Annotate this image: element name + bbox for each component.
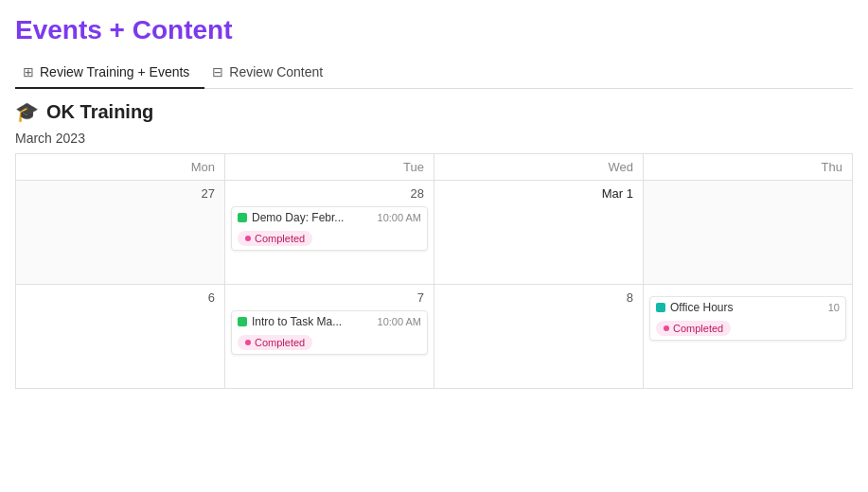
cell-thu-row1 — [644, 181, 853, 285]
cell-mar1: Mar 1 — [434, 181, 644, 285]
calendar-icon: ⊞ — [23, 64, 34, 79]
day-27: 27 — [22, 184, 219, 202]
tab-review-content-label: Review Content — [229, 64, 323, 79]
event-dot-green — [238, 213, 247, 222]
completed-dot-office — [664, 325, 669, 331]
event-time-intro: 10:00 AM — [378, 316, 421, 327]
header-tue: Tue — [225, 154, 434, 181]
tab-review-training[interactable]: ⊞ Review Training + Events — [15, 57, 204, 89]
header-wed: Wed — [434, 154, 644, 181]
completed-label-intro: Completed — [255, 337, 305, 348]
content-icon: ⊟ — [212, 64, 223, 79]
day-6: 6 — [22, 289, 219, 307]
event-name-office: Office Hours — [670, 301, 824, 314]
event-time-demo: 10:00 AM — [378, 212, 421, 223]
event-office-hours[interactable]: Office Hours 10 Completed — [649, 296, 846, 341]
section-header: 🎓 OK Training — [0, 89, 868, 127]
page-title: Events + Content — [15, 15, 853, 45]
calendar-grid: Mon Tue Wed Thu 27 28 Demo Day: Febr... — [15, 153, 853, 389]
event-name-intro: Intro to Task Ma... — [252, 315, 373, 328]
cell-7: 7 Intro to Task Ma... 10:00 AM Completed — [225, 285, 434, 389]
completed-badge-office: Completed — [656, 318, 840, 336]
day-7: 7 — [231, 289, 428, 307]
day-mar1: Mar 1 — [440, 184, 637, 202]
event-name-demo: Demo Day: Febr... — [252, 211, 373, 224]
cell-28: 28 Demo Day: Febr... 10:00 AM Completed — [225, 181, 434, 285]
completed-badge-intro: Completed — [238, 332, 421, 350]
section-title: OK Training — [46, 101, 153, 123]
calendar-row-1: 27 28 Demo Day: Febr... 10:00 AM — [16, 181, 853, 285]
header-thu: Thu — [644, 154, 853, 181]
completed-badge-demo: Completed — [238, 228, 421, 246]
event-top-demo: Demo Day: Febr... 10:00 AM — [238, 211, 421, 224]
event-top-intro: Intro to Task Ma... 10:00 AM — [238, 315, 421, 328]
cell-thu-row2: Office Hours 10 Completed — [644, 285, 853, 389]
completed-dot-demo — [245, 236, 251, 241]
day-thu-row2 — [649, 289, 846, 292]
page-header: Events + Content ⊞ Review Training + Eve… — [0, 0, 868, 89]
cell-27: 27 — [16, 181, 225, 285]
cell-6: 6 — [16, 285, 225, 389]
graduation-icon: 🎓 — [15, 100, 39, 123]
event-time-office: 10 — [828, 302, 840, 313]
day-thu-empty — [649, 184, 846, 188]
event-top-office: Office Hours 10 — [656, 301, 840, 314]
day-28: 28 — [231, 184, 428, 202]
tabs-bar: ⊞ Review Training + Events ⊟ Review Cont… — [15, 57, 853, 89]
event-demo-day[interactable]: Demo Day: Febr... 10:00 AM Completed — [231, 206, 428, 251]
event-dot-intro — [238, 317, 247, 326]
cell-8: 8 — [434, 285, 644, 389]
calendar-row-2: 6 7 Intro to Task Ma... 10:00 AM — [16, 285, 853, 389]
month-label: March 2023 — [0, 127, 868, 153]
event-intro-task[interactable]: Intro to Task Ma... 10:00 AM Completed — [231, 310, 428, 355]
calendar-container: Mon Tue Wed Thu 27 28 Demo Day: Febr... — [0, 153, 868, 389]
completed-label-demo: Completed — [255, 233, 305, 244]
day-8: 8 — [440, 289, 637, 307]
tab-review-training-label: Review Training + Events — [40, 64, 189, 79]
completed-dot-intro — [245, 340, 251, 345]
header-mon: Mon — [16, 154, 225, 181]
calendar-header-row: Mon Tue Wed Thu — [16, 154, 853, 181]
completed-label-office: Completed — [673, 323, 723, 334]
event-dot-teal — [656, 303, 665, 312]
tab-review-content[interactable]: ⊟ Review Content — [204, 57, 338, 89]
